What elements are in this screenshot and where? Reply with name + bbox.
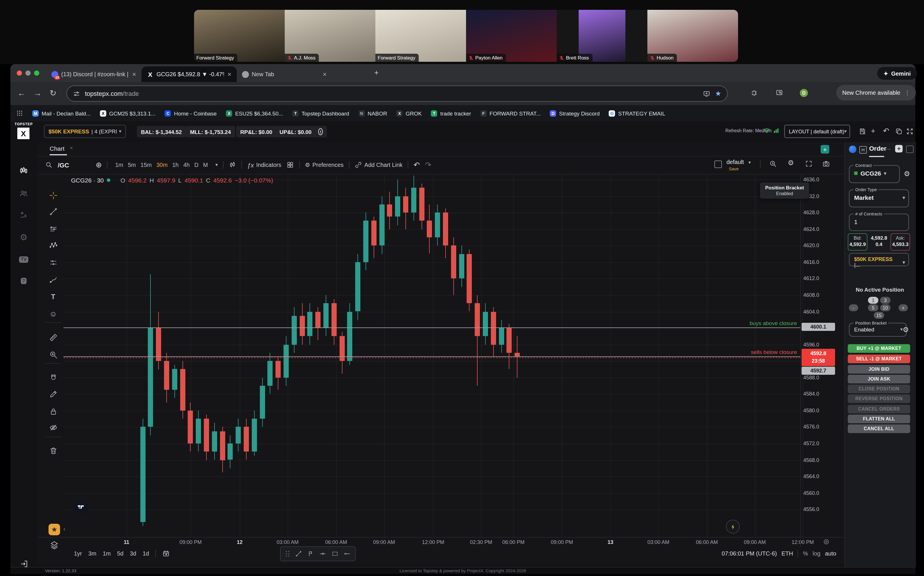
timeframe-30m[interactable]: 30m (154, 162, 170, 168)
bookmark-item[interactable]: XGCM25 $3,313.1... (100, 110, 156, 116)
expand-layout-icon[interactable] (906, 128, 914, 135)
install-app-icon[interactable] (703, 90, 710, 97)
account-selector[interactable]: $50K EXPRESS | 4 (EXPRES... ▾ (44, 125, 126, 138)
hide-drawings-icon[interactable] (48, 423, 58, 432)
ray-tool-icon[interactable] (344, 550, 350, 557)
redo-icon[interactable]: ↷ (425, 160, 432, 169)
chart-tab-close-icon[interactable]: ✕ (69, 146, 73, 151)
save-chart-layout[interactable]: Save (729, 166, 739, 171)
flag-tool-icon[interactable] (307, 550, 314, 557)
level-line-sell[interactable] (64, 356, 801, 357)
lock-drawings-icon[interactable] (48, 406, 58, 416)
window-close-button[interactable] (17, 70, 22, 76)
topstepx-logo[interactable]: X (17, 128, 29, 139)
layout-sync-checkbox[interactable] (715, 160, 722, 168)
gemini-button[interactable]: ✦ Gemini (877, 67, 917, 80)
bookmark-item[interactable]: MMail - Declan Bald... (32, 110, 91, 116)
chrome-update-button[interactable]: New Chrome available ⋮ (836, 85, 916, 101)
flatten-all-button[interactable]: FLATTEN ALL (848, 414, 910, 423)
panel-dot-icon[interactable] (849, 146, 857, 153)
bid-box[interactable]: Bid:4,592.9 (848, 233, 867, 251)
timeframe-M[interactable]: M (201, 162, 210, 168)
object-tree-icon[interactable] (50, 541, 59, 550)
level-line-buy[interactable] (64, 328, 801, 328)
panel-more-tabs[interactable]: ... (886, 144, 891, 151)
bookmark-item[interactable]: TTopstep Dashboard (292, 110, 349, 116)
emoji-tool-icon[interactable]: ☺ (48, 309, 58, 318)
zoom-participant-tile[interactable]: Brett Ross (557, 10, 647, 62)
compare-add-icon[interactable]: ⊕ (96, 160, 102, 169)
favorites-star-button[interactable]: ★ (48, 524, 60, 535)
indicators-button[interactable]: ƒxIndicators (247, 162, 281, 168)
timeframe-1h[interactable]: 1h (170, 162, 181, 168)
symbol-search-icon[interactable] (45, 161, 53, 169)
extensions-icon[interactable] (751, 89, 758, 96)
panel-account-selector[interactable]: $50K EXPRESS |...▾ (849, 253, 909, 266)
chevron-down-icon[interactable]: ▾ (216, 162, 218, 168)
address-bar[interactable]: topstepx.com/trade ★ (66, 85, 727, 102)
sidebar-item-tv-icon[interactable]: TV (19, 254, 28, 264)
cancel-all-button[interactable]: CANCEL ALL (848, 424, 910, 433)
trend-line-tool-icon[interactable] (295, 550, 302, 557)
layout-selector[interactable]: LAYOUT | default (draft) ▾ (784, 125, 850, 138)
sell-1-market-button[interactable]: SELL -1 @ MARKET (848, 355, 910, 363)
parallel-channel-icon[interactable] (48, 224, 58, 233)
timeframe-4h[interactable]: 4h (181, 162, 192, 168)
ask-box[interactable]: Ask:4,593.3 (890, 233, 910, 251)
browser-tab[interactable]: XGCG26 $4,592.8 ▼ -0.47%✕ (141, 66, 237, 82)
bookmark-item[interactable]: NNABOR (358, 110, 387, 116)
sidebar-item-settings-icon[interactable]: ⚙ (19, 233, 28, 242)
back-button[interactable]: ← (17, 88, 26, 98)
tab-close-icon[interactable]: ✕ (227, 71, 232, 77)
remove-drawings-icon[interactable] (48, 446, 58, 455)
zoom-participant-tile[interactable]: Hudson (647, 10, 738, 62)
range-1d[interactable]: 1d (143, 550, 149, 557)
zoom-in-tool-icon[interactable] (48, 350, 58, 359)
range-1m[interactable]: 1m (103, 550, 111, 557)
percent-scale-toggle[interactable]: % (803, 550, 808, 557)
clock-label[interactable]: 07:06:01 PM (UTC-6) (722, 550, 777, 557)
sidebar-item-charts-icon[interactable] (19, 166, 28, 176)
bookmark-item[interactable]: XESU25 $6,364.50... (226, 110, 283, 116)
undo-icon[interactable]: ↶ (414, 160, 420, 169)
bookmark-item[interactable]: XGROK (396, 110, 422, 116)
timeframe-D[interactable]: D (192, 162, 201, 168)
legend-symbol[interactable]: GCG26 · 30 (71, 177, 104, 184)
scroll-to-realtime-icon[interactable]: ◎ (823, 538, 829, 545)
buy-1-market-button[interactable]: BUY +1 @ MARKET (848, 344, 910, 353)
forward-button[interactable]: → (34, 88, 42, 98)
drag-handle-icon[interactable] (285, 550, 290, 557)
floating-drawing-toolbar[interactable] (280, 546, 356, 561)
qty-minus-button[interactable]: - (849, 304, 858, 311)
tab-close-icon[interactable]: ✕ (323, 71, 327, 77)
range-1yr[interactable]: 1yr (74, 550, 82, 557)
add-chart-tab-button[interactable]: + (821, 145, 829, 154)
preferences-button[interactable]: ⚙Preferences (305, 162, 344, 168)
contracts-input[interactable]: # of Contracts 1 (849, 214, 909, 231)
forecast-tool-icon[interactable] (48, 258, 58, 267)
add-chart-link-button[interactable]: Add Chart Link (355, 161, 403, 169)
chevron-down-icon[interactable]: ▾ (748, 160, 751, 165)
panel-add-button[interactable]: + (895, 145, 903, 152)
panel-popout-button[interactable] (906, 146, 914, 153)
text-tool-icon[interactable]: T (48, 292, 58, 301)
magnet-tool-icon[interactable] (48, 373, 58, 382)
qty-preset-15[interactable]: 15 (874, 312, 884, 319)
range-3m[interactable]: 3m (88, 550, 96, 557)
copy-layout-icon[interactable] (895, 128, 903, 135)
tab-order[interactable]: Order (869, 145, 886, 152)
apps-grid-icon[interactable] (16, 110, 23, 117)
quick-trade-lightning-button[interactable] (726, 520, 740, 534)
join-ask-button[interactable]: JOIN ASK (848, 375, 910, 383)
tab-close-icon[interactable]: ✕ (132, 71, 136, 77)
add-layout-icon[interactable]: + (871, 126, 875, 135)
window-zoom-button[interactable] (34, 70, 39, 76)
brush-tool-icon[interactable] (48, 275, 58, 284)
bookmark-star-icon[interactable]: ★ (715, 90, 721, 98)
qty-preset-5[interactable]: 5 (868, 304, 878, 311)
trend-line-icon[interactable] (48, 207, 58, 216)
bookmark-item[interactable]: Ttrade tracker (431, 110, 471, 116)
layout-grid-icon[interactable] (286, 161, 294, 169)
crosshair-tool-icon[interactable] (48, 190, 58, 200)
collapse-chevron-icon[interactable]: ‹ (64, 526, 65, 532)
